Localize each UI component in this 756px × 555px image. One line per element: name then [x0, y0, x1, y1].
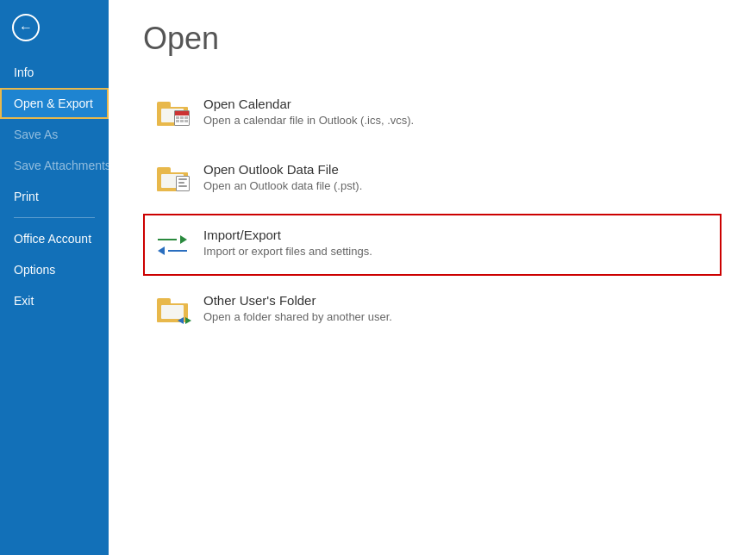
import-export-desc: Import or export files and settings. — [203, 245, 372, 258]
sidebar-nav: Info Open & Export Save As Save Attachme… — [0, 57, 109, 316]
page-title: Open — [143, 21, 722, 57]
open-data-file-title: Open Outlook Data File — [203, 162, 362, 177]
other-users-folder-icon — [155, 293, 190, 327]
open-data-file-desc: Open an Outlook data file (.pst). — [203, 179, 362, 192]
sidebar-item-exit[interactable]: Exit — [0, 285, 109, 316]
import-export-text: Import/Export Import or export files and… — [203, 228, 372, 258]
other-users-folder-desc: Open a folder shared by another user. — [203, 310, 392, 323]
sidebar-item-office-account[interactable]: Office Account — [0, 223, 109, 254]
open-data-file-icon — [155, 162, 190, 196]
back-button[interactable]: ← — [7, 9, 45, 47]
option-open-data-file[interactable]: Open Outlook Data File Open an Outlook d… — [143, 148, 722, 210]
option-open-calendar[interactable]: Open Calendar Open a calendar file in Ou… — [143, 83, 722, 145]
open-calendar-title: Open Calendar — [203, 97, 414, 111]
sidebar-item-info[interactable]: Info — [0, 57, 109, 88]
main-content: Open — [109, 0, 756, 555]
options-list: Open Calendar Open a calendar file in Ou… — [143, 83, 722, 345]
other-users-folder-text: Other User's Folder Open a folder shared… — [203, 293, 392, 323]
open-calendar-desc: Open a calendar file in Outlook (.ics, .… — [203, 114, 414, 127]
sidebar-item-options[interactable]: Options — [0, 254, 109, 285]
sidebar-item-open-export[interactable]: Open & Export — [0, 88, 109, 119]
option-import-export[interactable]: Import/Export Import or export files and… — [143, 214, 722, 276]
sidebar-item-print[interactable]: Print — [0, 181, 109, 212]
open-calendar-text: Open Calendar Open a calendar file in Ou… — [203, 97, 414, 127]
sidebar-item-save-as[interactable]: Save As — [0, 119, 109, 150]
other-users-folder-title: Other User's Folder — [203, 293, 392, 308]
open-calendar-icon — [155, 97, 190, 131]
import-export-title: Import/Export — [203, 228, 372, 242]
sidebar: ← Info Open & Export Save As Save Attach… — [0, 0, 109, 555]
import-export-icon — [155, 228, 190, 262]
option-other-users-folder[interactable]: Other User's Folder Open a folder shared… — [143, 279, 722, 341]
open-data-file-text: Open Outlook Data File Open an Outlook d… — [203, 162, 362, 192]
sidebar-divider — [14, 217, 95, 218]
sidebar-item-save-attachments[interactable]: Save Attachments — [0, 150, 109, 181]
